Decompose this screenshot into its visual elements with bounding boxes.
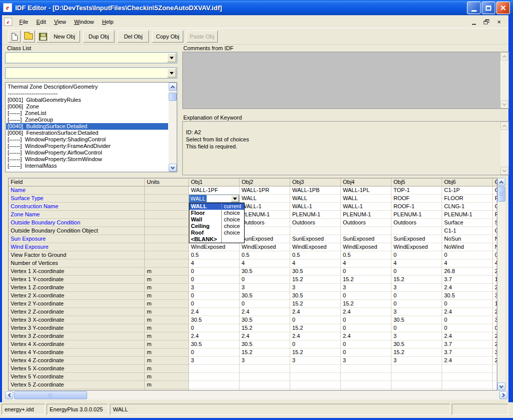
value-cell[interactable]: 0 — [341, 324, 391, 332]
menu-view[interactable]: View — [50, 17, 70, 26]
value-cell[interactable]: 30.5 — [240, 316, 290, 324]
value-cell[interactable]: 4 — [391, 259, 442, 268]
class-list-item[interactable]: [------] WindowProperty:AirflowControl — [6, 149, 168, 156]
value-cell[interactable]: 3 — [493, 349, 497, 357]
value-cell[interactable]: C — [493, 186, 497, 195]
dropdown-option[interactable]: <BLANK> — [189, 236, 244, 243]
value-cell[interactable]: WALL — [290, 195, 341, 203]
value-cell[interactable]: 3 — [391, 308, 442, 316]
value-cell[interactable]: 2.4 — [442, 357, 493, 365]
grid-header-obj5[interactable]: Obj5 — [391, 178, 442, 186]
value-cell[interactable]: 3 — [493, 316, 497, 324]
value-cell[interactable]: PLENUM-1 — [240, 211, 290, 219]
value-cell[interactable]: 3 — [290, 357, 341, 365]
value-cell[interactable]: 4 — [240, 259, 290, 268]
value-cell[interactable]: 15.2 — [391, 349, 442, 357]
value-cell[interactable]: C1-1 — [442, 227, 493, 235]
value-cell[interactable]: SunExposed — [341, 235, 391, 243]
value-cell[interactable]: WindExposed — [189, 243, 240, 251]
value-cell[interactable]: 0 — [240, 300, 290, 308]
value-cell[interactable]: 3 — [391, 284, 442, 292]
scrollbar-thumb[interactable] — [497, 186, 505, 202]
grid-header-obj4[interactable]: Obj4 — [341, 178, 391, 186]
scroll-up-button[interactable] — [497, 178, 505, 186]
value-cell[interactable]: 2 — [493, 284, 497, 292]
cell-editor-dropdown-button[interactable] — [231, 195, 239, 202]
value-cell[interactable]: 30.5 — [240, 268, 290, 276]
dropdown-option[interactable]: Floorchoice — [189, 210, 244, 216]
value-cell[interactable]: 0 — [189, 292, 240, 300]
value-cell[interactable] — [493, 373, 497, 381]
value-cell[interactable]: 3 — [341, 357, 391, 365]
mdi-restore-button[interactable] — [481, 17, 492, 26]
value-cell[interactable]: 30.5 — [189, 340, 240, 349]
value-cell[interactable]: 15.2 — [341, 300, 391, 308]
value-cell[interactable]: 3 — [240, 284, 290, 292]
combo-dropdown-button[interactable] — [167, 68, 176, 78]
scroll-up-button[interactable] — [169, 83, 177, 91]
class-list-item[interactable]: [0006] FenestrationSurface:Detailed — [6, 130, 168, 136]
value-cell[interactable]: 0 — [493, 251, 497, 259]
value-cell[interactable]: WALL-1PB — [290, 186, 341, 195]
value-cell[interactable]: 3 — [341, 284, 391, 292]
value-cell[interactable]: 2.4 — [442, 308, 493, 316]
value-cell[interactable]: 2 — [493, 268, 497, 276]
document-icon[interactable]: e — [4, 18, 12, 26]
value-cell[interactable] — [240, 381, 290, 389]
value-cell[interactable] — [290, 373, 341, 381]
value-cell[interactable]: 15.2 — [240, 324, 290, 332]
value-cell[interactable]: PLENUM-1 — [442, 211, 493, 219]
new-obj-button[interactable]: New Obj — [49, 30, 80, 43]
value-cell[interactable]: 0 — [442, 316, 493, 324]
value-cell[interactable]: 0 — [189, 300, 240, 308]
class-list-item[interactable]: [------] WindowProperty:ShadingControl — [6, 136, 168, 143]
value-cell[interactable]: 2.4 — [341, 332, 391, 340]
value-cell[interactable]: 2.4 — [189, 308, 240, 316]
value-cell[interactable]: 30.5 — [391, 316, 442, 324]
value-cell[interactable]: 0 — [341, 268, 391, 276]
value-cell[interactable]: 2.4 — [442, 284, 493, 292]
value-cell[interactable]: Outdoors — [290, 219, 341, 227]
value-cell[interactable] — [189, 373, 240, 381]
value-cell[interactable]: 0 — [391, 300, 442, 308]
value-cell[interactable]: WindExposed — [240, 243, 290, 251]
class-list-item[interactable]: [------] ZoneGroup — [6, 117, 168, 123]
value-cell[interactable]: 2.4 — [290, 308, 341, 316]
grid-header-obj2[interactable]: Obj2 — [240, 178, 290, 186]
value-cell[interactable]: 3.7 — [442, 349, 493, 357]
value-cell[interactable] — [240, 227, 290, 235]
value-cell[interactable]: Outdoors — [240, 219, 290, 227]
scroll-down-button[interactable] — [169, 164, 177, 172]
value-cell[interactable] — [189, 381, 240, 389]
value-cell[interactable]: 3.7 — [442, 340, 493, 349]
value-cell[interactable]: C — [493, 203, 497, 211]
value-cell[interactable]: WALL-1 — [341, 203, 391, 211]
value-cell[interactable]: 30.5 — [290, 268, 341, 276]
value-cell[interactable]: 30.5 — [189, 316, 240, 324]
value-cell[interactable]: NoWind — [442, 243, 493, 251]
value-cell[interactable]: 0 — [391, 292, 442, 300]
class-list-scrollbar[interactable] — [169, 83, 177, 172]
value-cell[interactable] — [391, 227, 442, 235]
value-cell[interactable] — [391, 381, 442, 389]
class-list-item[interactable]: [0001] GlobalGeometryRules — [6, 97, 168, 103]
mdi-minimize-button[interactable] — [468, 17, 479, 26]
value-cell[interactable]: 30.5 — [240, 292, 290, 300]
value-cell[interactable]: 0 — [493, 324, 497, 332]
value-cell[interactable]: ROOF-1 — [391, 203, 442, 211]
value-cell[interactable]: 3 — [290, 284, 341, 292]
value-cell[interactable] — [290, 227, 341, 235]
value-cell[interactable]: WALL — [240, 195, 290, 203]
value-cell[interactable]: 3 — [240, 357, 290, 365]
value-cell[interactable] — [189, 365, 240, 373]
value-cell[interactable] — [391, 365, 442, 373]
value-cell[interactable]: 4 — [341, 259, 391, 268]
class-list-item[interactable]: [0006] Zone — [6, 103, 168, 110]
new-file-button[interactable] — [8, 30, 21, 43]
value-cell[interactable]: 15.2 — [290, 349, 341, 357]
scrollbar-thumb[interactable] — [169, 93, 177, 101]
value-cell[interactable]: 30.5 — [240, 340, 290, 349]
value-cell[interactable]: 0.5 — [290, 251, 341, 259]
value-cell[interactable]: SunExposed — [240, 235, 290, 243]
value-cell[interactable] — [391, 373, 442, 381]
